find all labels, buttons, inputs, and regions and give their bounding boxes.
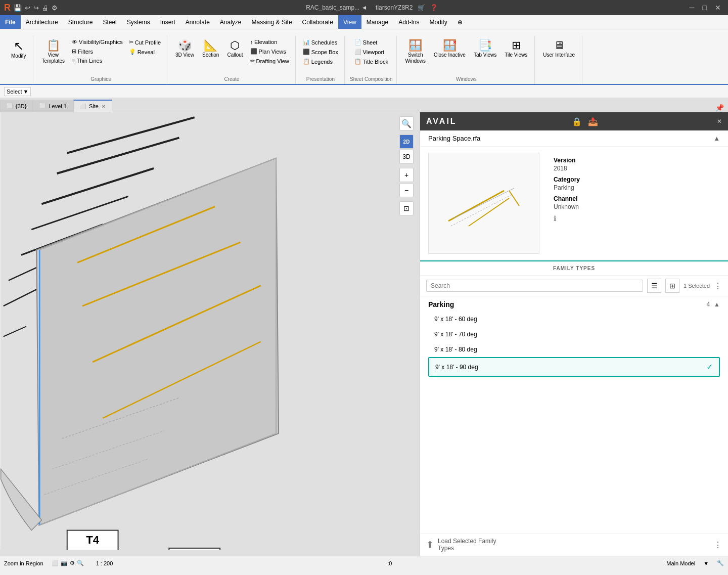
avail-share-icon[interactable]: 📤 <box>588 117 598 126</box>
close-inactive-button[interactable]: 🪟✕ Close Inactive <box>431 38 469 60</box>
navigation-controls: 🔍 2D 3D + − ⊡ <box>399 116 414 215</box>
list-view-button[interactable]: ☰ <box>647 279 661 293</box>
zoom-fit-button[interactable]: 🔍 <box>399 116 414 130</box>
menu-architecture[interactable]: Architecture <box>21 15 63 29</box>
view-3d-button[interactable]: 🎲 3D View <box>172 38 197 60</box>
version-label: Version <box>554 157 722 164</box>
menu-addins[interactable]: Add-Ins <box>393 15 424 29</box>
quick-access-save[interactable]: 💾 <box>14 4 22 12</box>
close-button[interactable]: ✕ <box>712 3 724 13</box>
tab-level1-label: Level 1 <box>49 103 66 109</box>
parking-item-1[interactable]: 9' x 18' - 60 deg <box>428 312 720 327</box>
visibility-graphics-button[interactable]: 👁 Visibility/Graphics <box>70 38 125 46</box>
thin-lines-button[interactable]: ≡ Thin Lines <box>70 57 125 65</box>
load-selected-button[interactable]: ⬆ Load Selected FamilyTypes <box>426 538 496 552</box>
model-dropdown[interactable]: ▼ <box>703 560 709 566</box>
menu-add-tab[interactable]: ⊕ <box>452 15 468 29</box>
family-types-more-button[interactable]: ⋮ <box>714 281 722 291</box>
coordinates: :0 <box>387 560 392 566</box>
viewport-icon: ⬜ <box>354 49 361 55</box>
status-icon-right: 🔧 <box>717 560 724 566</box>
menu-massing[interactable]: Massing & Site <box>247 15 297 29</box>
parking-item-2[interactable]: 9' x 18' - 70 deg <box>428 327 720 342</box>
maximize-button[interactable]: □ <box>700 3 710 13</box>
menu-insert[interactable]: Insert <box>155 15 180 29</box>
tile-views-button[interactable]: ⊞ Tile Views <box>502 38 530 60</box>
reveal-hidden-elements-button[interactable]: 💡 Reveal <box>127 48 163 56</box>
view-templates-button[interactable]: 📋 ViewTemplates <box>38 38 68 66</box>
quick-access-print[interactable]: 🖨 <box>42 4 49 12</box>
menu-manage[interactable]: Manage <box>361 15 393 29</box>
drawing-scrollbar-vertical[interactable] <box>414 112 420 556</box>
tab-level1[interactable]: ⬜ Level 1 <box>33 100 73 112</box>
cart-icon[interactable]: 🛒 <box>418 4 425 11</box>
cut-profile-button[interactable]: ✂ Cut Profile <box>127 38 163 47</box>
avail-lock-icon[interactable]: 🔒 <box>572 117 582 126</box>
parking-item-4-label: 9' x 18' - 90 deg <box>435 364 478 371</box>
avail-close-icon[interactable]: ✕ <box>717 118 722 125</box>
quick-access-undo[interactable]: ↩ <box>25 4 30 12</box>
parking-item-3[interactable]: 9' x 18' - 80 deg <box>428 342 720 357</box>
drawing-area[interactable]: T4 T1 🔍 2D 3D + − ⊡ <box>0 112 420 556</box>
tab-views-button[interactable]: 📑 Tab Views <box>471 38 499 60</box>
parking-item-2-label: 9' x 18' - 70 deg <box>434 331 477 338</box>
menu-collaborate[interactable]: Collaborate <box>297 15 338 29</box>
zoom-out-button[interactable]: − <box>399 183 414 197</box>
menu-modify[interactable]: Modify <box>424 15 452 29</box>
legends-button[interactable]: 📋 Legends <box>301 57 340 66</box>
family-search-input[interactable] <box>426 280 643 292</box>
menu-view[interactable]: View <box>338 15 361 29</box>
channel-label: Channel <box>554 195 722 202</box>
quick-access-redo[interactable]: ↪ <box>33 4 39 12</box>
scope-box-button[interactable]: ⬛ Scope Box <box>301 48 340 56</box>
drawing-scrollbar-horizontal[interactable] <box>0 550 420 556</box>
modify-button[interactable]: ↖ Modify <box>8 38 29 61</box>
parking-item-4[interactable]: 9' x 18' - 90 deg ✓ <box>428 357 720 377</box>
minimize-button[interactable]: ─ <box>687 3 698 13</box>
menu-systems[interactable]: Systems <box>122 15 155 29</box>
avail-meta: Version 2018 Category Parking Channel Un… <box>548 147 728 260</box>
menu-steel[interactable]: Steel <box>98 15 121 29</box>
parking-collapse-icon[interactable]: ▲ <box>714 301 720 308</box>
app-logo-icon: R <box>4 3 11 13</box>
viewport-button[interactable]: ⬜ Viewport <box>352 48 390 56</box>
tab-bar-pin[interactable]: 📌 <box>711 104 728 112</box>
load-footer-more-icon[interactable]: ⋮ <box>714 540 722 550</box>
titleblock-button[interactable]: 📋 Title Block <box>352 57 390 66</box>
grid-view-button[interactable]: ⊞ <box>665 279 679 293</box>
help-icon[interactable]: ❓ <box>430 4 438 11</box>
menu-analyze[interactable]: Analyze <box>215 15 247 29</box>
list-view-icon: ☰ <box>651 282 658 290</box>
menu-file[interactable]: File <box>0 15 21 29</box>
thin-lines-icon: ≡ <box>72 58 75 64</box>
tab-3d[interactable]: ⬜ {3D} <box>0 100 33 112</box>
info-icon[interactable]: ℹ <box>554 214 556 223</box>
zoom-frame-button[interactable]: ⊡ <box>399 201 414 215</box>
elevation-button[interactable]: ↑ Elevation <box>248 38 291 46</box>
avail-header-icons: 🔒 📤 <box>572 117 598 126</box>
filters-button[interactable]: ⊞ Filters <box>70 47 125 56</box>
grid-view-icon: ⊞ <box>669 282 675 290</box>
menu-structure[interactable]: Structure <box>63 15 98 29</box>
section-button[interactable]: 📐 Section <box>199 38 222 60</box>
view-2d-button[interactable]: 2D <box>399 135 414 149</box>
view-orbit-button[interactable]: 3D <box>399 150 414 164</box>
view-controls[interactable]: ⬜ 📷 ⚙ 🔍 <box>52 560 84 566</box>
user-interface-button[interactable]: 🖥 User Interface <box>540 38 578 60</box>
avail-filename-collapse[interactable]: ▲ <box>713 135 720 142</box>
tab-site[interactable]: ⬜ Site ✕ <box>73 100 112 112</box>
select-dropdown[interactable]: Select ▼ <box>4 87 31 96</box>
callout-button[interactable]: ⬡ Callout <box>224 38 246 60</box>
sheet-button[interactable]: 📄 Sheet <box>352 38 390 47</box>
drafting-view-button[interactable]: ✏ Drafting View <box>248 57 291 65</box>
switch-windows-button[interactable]: 🪟 SwitchWindows <box>402 38 429 66</box>
quick-access-settings[interactable]: ⚙ <box>52 4 58 12</box>
status-icon-2: 📷 <box>61 560 68 566</box>
select-bar: Select ▼ <box>0 85 728 98</box>
menu-annotate[interactable]: Annotate <box>180 15 215 29</box>
zoom-in-button[interactable]: + <box>399 168 414 182</box>
plan-views-button[interactable]: ⬛ Plan Views <box>248 47 291 56</box>
schedule-button[interactable]: 📊 Schedules <box>301 38 340 47</box>
tab-site-close[interactable]: ✕ <box>102 104 106 109</box>
drawing-canvas: T4 T1 <box>0 112 420 556</box>
